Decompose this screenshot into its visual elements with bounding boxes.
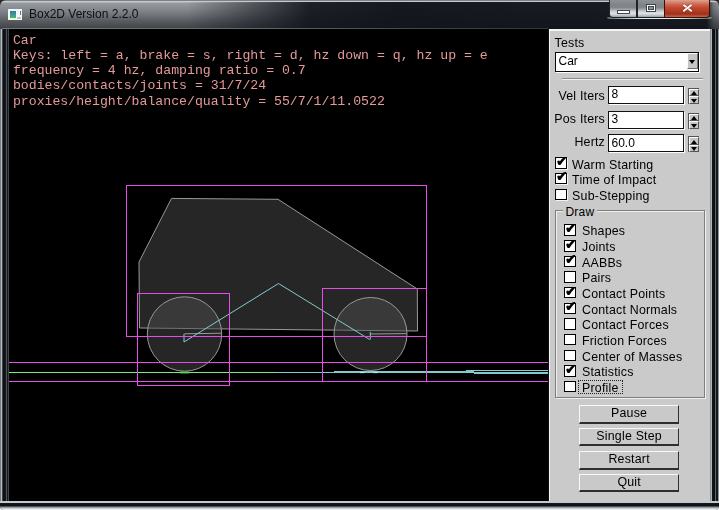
svg-text:bodies/contacts/joints = 31/7/: bodies/contacts/joints = 31/7/24 — [13, 78, 266, 93]
svg-text:Keys: left = a, brake = s, rig: Keys: left = a, brake = s, right = d, hz… — [13, 48, 488, 63]
svg-text:Car: Car — [13, 33, 37, 48]
svg-text:frequency = 4 hz, damping rati: frequency = 4 hz, damping ratio = 0.7 — [13, 63, 306, 78]
svg-text:proxies/height/balance/quality: proxies/height/balance/quality = 55/7/1/… — [13, 94, 385, 109]
